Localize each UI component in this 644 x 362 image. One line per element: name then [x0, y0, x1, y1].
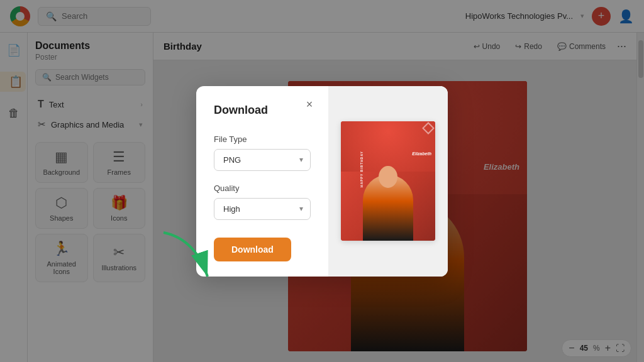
quality-group: Quality Low Medium High ▾ [214, 184, 311, 220]
modal-overlay[interactable]: Download × File Type PNG JPG PDF SVG ▾ Q… [0, 0, 644, 362]
file-type-select[interactable]: PNG JPG PDF SVG [214, 149, 311, 171]
file-type-select-wrapper: PNG JPG PDF SVG ▾ [214, 149, 311, 171]
download-button[interactable]: Download [214, 238, 291, 261]
quality-label: Quality [214, 184, 311, 193]
file-type-group: File Type PNG JPG PDF SVG ▾ [214, 134, 311, 171]
file-type-label: File Type [214, 134, 311, 144]
modal-preview: HAPPY BIRTHDAY Elizabeth [328, 86, 448, 277]
download-modal: Download × File Type PNG JPG PDF SVG ▾ Q… [196, 86, 448, 277]
quality-select[interactable]: Low Medium High [214, 198, 311, 220]
quality-select-wrapper: Low Medium High ▾ [214, 198, 311, 220]
modal-title: Download [214, 104, 311, 117]
modal-left: Download × File Type PNG JPG PDF SVG ▾ Q… [196, 86, 328, 277]
preview-image: HAPPY BIRTHDAY Elizabeth [341, 121, 435, 241]
modal-close-button[interactable]: × [301, 96, 318, 114]
